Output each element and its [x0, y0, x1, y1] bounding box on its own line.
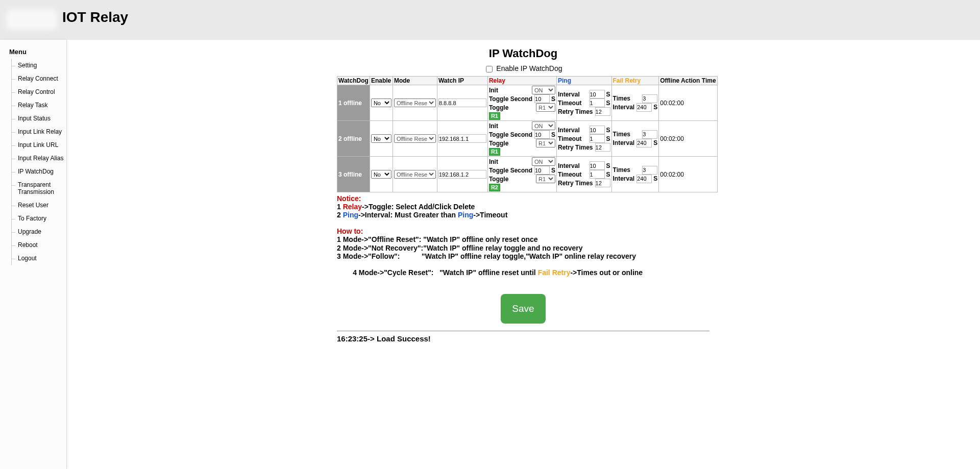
page-title: IP WatchDog	[337, 47, 709, 60]
watchdog-row-1: 1 offlineNoYesOffline ResetNot RecoveryF…	[337, 85, 718, 121]
howto-4-prefix: 4 Mode->"Cycle Reset": "Watch IP" offlin…	[353, 268, 538, 277]
th-ping: Ping	[557, 77, 611, 85]
watch-ip-input-2[interactable]	[438, 134, 486, 143]
mode-select-1[interactable]: Offline ResetNot RecoveryFollowCycle Res…	[394, 98, 436, 107]
ping-interval-input-3[interactable]	[590, 161, 605, 170]
enable-watchdog-text: Enable IP WatchDog	[496, 64, 562, 72]
relay-togglesec-input-1[interactable]	[534, 94, 550, 103]
relay-init-select-1[interactable]: ONOFF	[532, 86, 555, 94]
notice-1-prefix: 1	[337, 203, 343, 211]
relay-init-select-3[interactable]: ONOFF	[532, 157, 555, 166]
sidebar: Menu SettingRelay ConnectRelay ControlRe…	[0, 40, 67, 353]
row-label-1: 1 offline	[337, 85, 370, 121]
main-content: IP WatchDog Enable IP WatchDog WatchDog …	[66, 40, 980, 353]
fail-times-input-2[interactable]	[642, 130, 657, 139]
sidebar-item-relay-connect[interactable]: Relay Connect	[11, 72, 66, 85]
status-text: -> Load Success!	[368, 334, 431, 343]
th-offline-action-time: Offline Action Time	[659, 77, 717, 85]
notice-block: Notice: 1 Relay->Toggle: Select Add/Clic…	[337, 194, 709, 285]
enable-row: Enable IP WatchDog	[337, 64, 709, 74]
sidebar-item-input-link-url[interactable]: Input Link URL	[11, 138, 66, 152]
watch-ip-input-3[interactable]	[438, 170, 486, 179]
ping-timeout-input-2[interactable]	[590, 134, 605, 143]
relay-togglesec-input-3[interactable]	[534, 166, 550, 175]
th-mode: Mode	[393, 77, 437, 85]
enable-select-1[interactable]: NoYes	[371, 98, 391, 107]
notice-1-relay: Relay	[343, 203, 362, 211]
sidebar-item-relay-task[interactable]: Relay Task	[11, 98, 66, 112]
fail-interval-input-2[interactable]	[636, 139, 652, 147]
th-fail-retry: Fail Retry	[611, 77, 659, 85]
relay-chip-3[interactable]: R2	[489, 184, 500, 191]
notice-2-suffix: ->Timeout	[473, 211, 507, 219]
ping-interval-input-1[interactable]	[590, 90, 605, 98]
notice-2-ping: Ping	[343, 211, 358, 219]
divider	[337, 331, 709, 331]
howto-4-suffix: ->Times out or online	[570, 268, 643, 277]
sidebar-item-setting[interactable]: Setting	[11, 59, 66, 72]
relay-toggle-select-2[interactable]: R1R2	[536, 139, 555, 147]
howto-line-3: 3 Mode->"Follow": "Watch IP" offline rel…	[337, 252, 709, 260]
enable-select-3[interactable]: NoYes	[371, 170, 391, 179]
menu-title: Menu	[0, 45, 66, 59]
header-band: IOT Relay	[0, 0, 980, 40]
sidebar-item-relay-control[interactable]: Relay Control	[11, 85, 66, 98]
fail-times-input-1[interactable]	[642, 94, 657, 103]
howto-line-1: 1 Mode->"Offline Reset": "Watch IP" offl…	[337, 235, 709, 243]
sidebar-item-reset-user[interactable]: Reset User	[11, 199, 66, 212]
relay-chip-1[interactable]: R1	[489, 112, 500, 120]
fail-interval-input-3[interactable]	[636, 175, 652, 183]
ping-retry-input-2[interactable]	[595, 143, 610, 152]
offline-action-time-3: 00:02:00	[659, 157, 717, 192]
th-watch-ip: Watch IP	[437, 77, 487, 85]
watchdog-row-3: 3 offlineNoYesOffline ResetNot RecoveryF…	[337, 157, 718, 192]
sidebar-item-input-link-relay[interactable]: Input Link Relay	[11, 125, 66, 138]
th-enable: Enable	[370, 77, 393, 85]
notice-2-prefix: 2	[337, 211, 343, 219]
relay-toggle-select-3[interactable]: R1R2	[536, 175, 555, 183]
enable-watchdog-label[interactable]: Enable IP WatchDog	[484, 64, 562, 72]
notice-header: Notice:	[337, 194, 361, 203]
enable-watchdog-checkbox[interactable]	[486, 66, 493, 72]
sidebar-item-input-status[interactable]: Input Status	[11, 112, 66, 125]
status-line: 16:23:25-> Load Success!	[337, 334, 709, 343]
sidebar-item-upgrade[interactable]: Upgrade	[11, 225, 66, 238]
th-relay: Relay	[487, 77, 556, 85]
watchdog-table: WatchDog Enable Mode Watch IP Relay Ping…	[337, 76, 718, 192]
sidebar-item-ip-watchdog[interactable]: IP WatchDog	[11, 165, 66, 178]
row-label-2: 2 offline	[337, 121, 370, 157]
ping-retry-input-3[interactable]	[595, 179, 610, 187]
watchdog-row-2: 2 offlineNoYesOffline ResetNot RecoveryF…	[337, 121, 718, 157]
ping-retry-input-1[interactable]	[595, 107, 610, 116]
status-time: 16:23:25	[337, 334, 368, 343]
notice-2-ping2: Ping	[458, 211, 473, 219]
relay-togglesec-input-2[interactable]	[534, 130, 550, 139]
mode-select-3[interactable]: Offline ResetNot RecoveryFollowCycle Res…	[394, 170, 436, 179]
sidebar-item-transparent-transmission[interactable]: Transparent Transmission	[11, 178, 66, 199]
sidebar-item-input-relay-alias[interactable]: Input Relay Alias	[11, 152, 66, 165]
howto-4-fail: Fail Retry	[538, 268, 571, 277]
relay-chip-2[interactable]: R1	[489, 148, 500, 156]
sidebar-item-to-factory[interactable]: To Factory	[11, 212, 66, 225]
fail-times-input-3[interactable]	[642, 166, 657, 175]
brand-logo-blur	[6, 9, 57, 30]
row-label-3: 3 offline	[337, 157, 370, 192]
relay-init-select-2[interactable]: ONOFF	[532, 121, 555, 130]
menu-list: SettingRelay ConnectRelay ControlRelay T…	[0, 59, 66, 265]
fail-interval-input-1[interactable]	[636, 103, 652, 112]
offline-action-time-2: 00:02:00	[659, 121, 717, 157]
ping-timeout-input-1[interactable]	[590, 98, 605, 107]
howto-line-2: 2 Mode->"Not Recovery":"Watch IP" offlin…	[337, 244, 709, 252]
enable-select-2[interactable]: NoYes	[371, 134, 391, 143]
th-watchdog: WatchDog	[337, 77, 370, 85]
relay-toggle-select-1[interactable]: R1R2	[536, 103, 555, 112]
mode-select-2[interactable]: Offline ResetNot RecoveryFollowCycle Res…	[394, 134, 436, 143]
howto-header: How to:	[337, 227, 363, 235]
save-button[interactable]: Save	[501, 294, 546, 324]
sidebar-item-reboot[interactable]: Reboot	[11, 238, 66, 252]
header-title: IOT Relay	[62, 9, 128, 26]
watch-ip-input-1[interactable]	[438, 98, 486, 107]
ping-timeout-input-3[interactable]	[590, 170, 605, 179]
sidebar-item-logout[interactable]: Logout	[11, 252, 66, 265]
ping-interval-input-2[interactable]	[590, 126, 605, 134]
